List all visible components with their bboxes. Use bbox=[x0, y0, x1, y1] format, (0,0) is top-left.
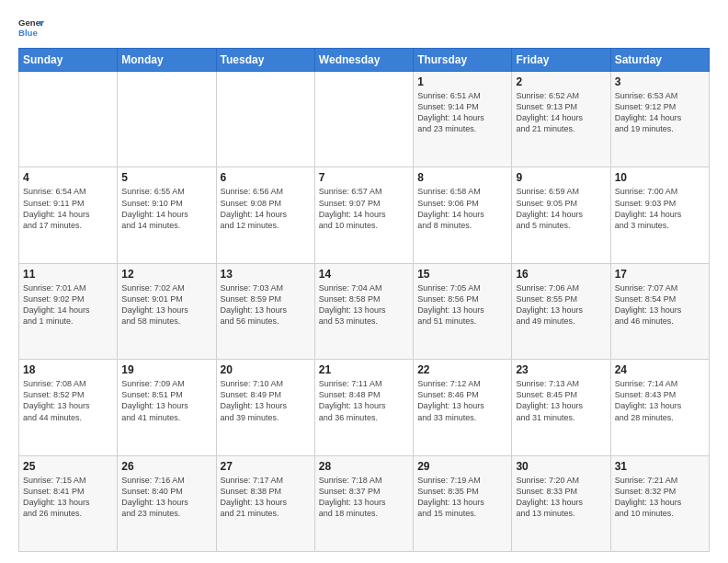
calendar-day-5: 5Sunrise: 6:55 AM Sunset: 9:10 PM Daylig… bbox=[118, 167, 216, 263]
day-header-wednesday: Wednesday bbox=[314, 49, 413, 72]
calendar-day-31: 31Sunrise: 7:21 AM Sunset: 8:32 PM Dayli… bbox=[610, 455, 709, 551]
day-number: 24 bbox=[615, 363, 705, 376]
calendar-day-3: 3Sunrise: 6:53 AM Sunset: 9:12 PM Daylig… bbox=[610, 72, 709, 167]
calendar-day-1: 1Sunrise: 6:51 AM Sunset: 9:14 PM Daylig… bbox=[414, 72, 512, 167]
day-number: 9 bbox=[516, 171, 606, 184]
calendar-day-8: 8Sunrise: 6:58 AM Sunset: 9:06 PM Daylig… bbox=[414, 167, 512, 263]
calendar-day-empty bbox=[19, 72, 118, 167]
calendar-day-21: 21Sunrise: 7:11 AM Sunset: 8:48 PM Dayli… bbox=[314, 360, 413, 455]
day-info: Sunrise: 7:09 AM Sunset: 8:51 PM Dayligh… bbox=[121, 378, 211, 423]
day-info: Sunrise: 7:20 AM Sunset: 8:33 PM Dayligh… bbox=[516, 475, 606, 520]
calendar-header-row: SundayMondayTuesdayWednesdayThursdayFrid… bbox=[19, 49, 710, 72]
day-number: 12 bbox=[121, 268, 211, 281]
day-number: 23 bbox=[516, 363, 606, 376]
day-info: Sunrise: 7:19 AM Sunset: 8:35 PM Dayligh… bbox=[417, 475, 507, 520]
calendar-day-16: 16Sunrise: 7:06 AM Sunset: 8:55 PM Dayli… bbox=[512, 263, 610, 359]
day-number: 7 bbox=[319, 171, 409, 184]
day-number: 3 bbox=[615, 75, 705, 88]
calendar-day-2: 2Sunrise: 6:52 AM Sunset: 9:13 PM Daylig… bbox=[512, 72, 610, 167]
calendar-day-empty bbox=[118, 72, 216, 167]
day-number: 10 bbox=[615, 171, 705, 184]
day-number: 13 bbox=[221, 268, 311, 281]
calendar-week-4: 18Sunrise: 7:08 AM Sunset: 8:52 PM Dayli… bbox=[19, 360, 710, 455]
logo: General Blue bbox=[18, 15, 44, 40]
calendar-day-23: 23Sunrise: 7:13 AM Sunset: 8:45 PM Dayli… bbox=[512, 360, 610, 455]
day-info: Sunrise: 7:10 AM Sunset: 8:49 PM Dayligh… bbox=[221, 378, 311, 423]
day-number: 31 bbox=[615, 460, 705, 473]
day-info: Sunrise: 6:53 AM Sunset: 9:12 PM Dayligh… bbox=[615, 90, 705, 135]
day-info: Sunrise: 6:58 AM Sunset: 9:06 PM Dayligh… bbox=[417, 186, 507, 231]
calendar-day-13: 13Sunrise: 7:03 AM Sunset: 8:59 PM Dayli… bbox=[216, 263, 314, 359]
logo-icon: General Blue bbox=[18, 15, 44, 40]
calendar-day-28: 28Sunrise: 7:18 AM Sunset: 8:37 PM Dayli… bbox=[314, 455, 413, 551]
day-info: Sunrise: 6:55 AM Sunset: 9:10 PM Dayligh… bbox=[121, 186, 211, 231]
day-info: Sunrise: 7:04 AM Sunset: 8:58 PM Dayligh… bbox=[319, 282, 409, 327]
day-info: Sunrise: 7:07 AM Sunset: 8:54 PM Dayligh… bbox=[615, 282, 705, 327]
day-info: Sunrise: 7:17 AM Sunset: 8:38 PM Dayligh… bbox=[221, 475, 311, 520]
calendar-day-27: 27Sunrise: 7:17 AM Sunset: 8:38 PM Dayli… bbox=[216, 455, 314, 551]
calendar-day-24: 24Sunrise: 7:14 AM Sunset: 8:43 PM Dayli… bbox=[610, 360, 709, 455]
day-info: Sunrise: 6:59 AM Sunset: 9:05 PM Dayligh… bbox=[516, 186, 606, 231]
svg-text:Blue: Blue bbox=[18, 28, 38, 38]
calendar-day-25: 25Sunrise: 7:15 AM Sunset: 8:41 PM Dayli… bbox=[19, 455, 118, 551]
day-number: 19 bbox=[121, 363, 211, 376]
day-number: 21 bbox=[319, 363, 409, 376]
day-header-saturday: Saturday bbox=[610, 49, 709, 72]
day-number: 4 bbox=[23, 171, 113, 184]
day-number: 25 bbox=[23, 460, 113, 473]
day-number: 30 bbox=[516, 460, 606, 473]
day-info: Sunrise: 7:02 AM Sunset: 9:01 PM Dayligh… bbox=[121, 282, 211, 327]
day-header-tuesday: Tuesday bbox=[216, 49, 314, 72]
day-number: 5 bbox=[121, 171, 211, 184]
calendar-day-26: 26Sunrise: 7:16 AM Sunset: 8:40 PM Dayli… bbox=[118, 455, 216, 551]
day-info: Sunrise: 7:11 AM Sunset: 8:48 PM Dayligh… bbox=[319, 378, 409, 423]
calendar-day-30: 30Sunrise: 7:20 AM Sunset: 8:33 PM Dayli… bbox=[512, 455, 610, 551]
day-info: Sunrise: 6:54 AM Sunset: 9:11 PM Dayligh… bbox=[23, 186, 113, 231]
day-header-sunday: Sunday bbox=[19, 49, 118, 72]
calendar-day-9: 9Sunrise: 6:59 AM Sunset: 9:05 PM Daylig… bbox=[512, 167, 610, 263]
day-info: Sunrise: 7:03 AM Sunset: 8:59 PM Dayligh… bbox=[221, 282, 311, 327]
calendar-week-3: 11Sunrise: 7:01 AM Sunset: 9:02 PM Dayli… bbox=[19, 263, 710, 359]
day-number: 11 bbox=[23, 268, 113, 281]
day-info: Sunrise: 6:51 AM Sunset: 9:14 PM Dayligh… bbox=[417, 90, 507, 135]
day-info: Sunrise: 7:18 AM Sunset: 8:37 PM Dayligh… bbox=[319, 475, 409, 520]
calendar-day-empty bbox=[314, 72, 413, 167]
day-info: Sunrise: 7:15 AM Sunset: 8:41 PM Dayligh… bbox=[23, 475, 113, 520]
calendar-day-17: 17Sunrise: 7:07 AM Sunset: 8:54 PM Dayli… bbox=[610, 263, 709, 359]
day-number: 14 bbox=[319, 268, 409, 281]
day-header-friday: Friday bbox=[512, 49, 610, 72]
calendar-day-22: 22Sunrise: 7:12 AM Sunset: 8:46 PM Dayli… bbox=[414, 360, 512, 455]
calendar-day-15: 15Sunrise: 7:05 AM Sunset: 8:56 PM Dayli… bbox=[414, 263, 512, 359]
day-header-monday: Monday bbox=[118, 49, 216, 72]
day-number: 27 bbox=[221, 460, 311, 473]
day-info: Sunrise: 7:08 AM Sunset: 8:52 PM Dayligh… bbox=[23, 378, 113, 423]
day-number: 20 bbox=[221, 363, 311, 376]
day-number: 8 bbox=[417, 171, 507, 184]
day-info: Sunrise: 7:06 AM Sunset: 8:55 PM Dayligh… bbox=[516, 282, 606, 327]
day-number: 1 bbox=[417, 75, 507, 88]
day-number: 22 bbox=[417, 363, 507, 376]
day-info: Sunrise: 6:52 AM Sunset: 9:13 PM Dayligh… bbox=[516, 90, 606, 135]
calendar-week-5: 25Sunrise: 7:15 AM Sunset: 8:41 PM Dayli… bbox=[19, 455, 710, 551]
calendar-day-19: 19Sunrise: 7:09 AM Sunset: 8:51 PM Dayli… bbox=[118, 360, 216, 455]
day-number: 17 bbox=[615, 268, 705, 281]
calendar-day-12: 12Sunrise: 7:02 AM Sunset: 9:01 PM Dayli… bbox=[118, 263, 216, 359]
day-number: 29 bbox=[417, 460, 507, 473]
day-info: Sunrise: 6:56 AM Sunset: 9:08 PM Dayligh… bbox=[221, 186, 311, 231]
day-info: Sunrise: 7:21 AM Sunset: 8:32 PM Dayligh… bbox=[615, 475, 705, 520]
day-info: Sunrise: 6:57 AM Sunset: 9:07 PM Dayligh… bbox=[319, 186, 409, 231]
day-info: Sunrise: 7:16 AM Sunset: 8:40 PM Dayligh… bbox=[121, 475, 211, 520]
calendar-week-1: 1Sunrise: 6:51 AM Sunset: 9:14 PM Daylig… bbox=[19, 72, 710, 167]
day-info: Sunrise: 7:05 AM Sunset: 8:56 PM Dayligh… bbox=[417, 282, 507, 327]
day-number: 26 bbox=[121, 460, 211, 473]
calendar-day-20: 20Sunrise: 7:10 AM Sunset: 8:49 PM Dayli… bbox=[216, 360, 314, 455]
day-info: Sunrise: 7:12 AM Sunset: 8:46 PM Dayligh… bbox=[417, 378, 507, 423]
calendar-day-6: 6Sunrise: 6:56 AM Sunset: 9:08 PM Daylig… bbox=[216, 167, 314, 263]
calendar-day-7: 7Sunrise: 6:57 AM Sunset: 9:07 PM Daylig… bbox=[314, 167, 413, 263]
day-number: 18 bbox=[23, 363, 113, 376]
day-number: 16 bbox=[516, 268, 606, 281]
header: General Blue bbox=[18, 15, 710, 40]
day-number: 28 bbox=[319, 460, 409, 473]
calendar-day-18: 18Sunrise: 7:08 AM Sunset: 8:52 PM Dayli… bbox=[19, 360, 118, 455]
calendar-day-29: 29Sunrise: 7:19 AM Sunset: 8:35 PM Dayli… bbox=[414, 455, 512, 551]
